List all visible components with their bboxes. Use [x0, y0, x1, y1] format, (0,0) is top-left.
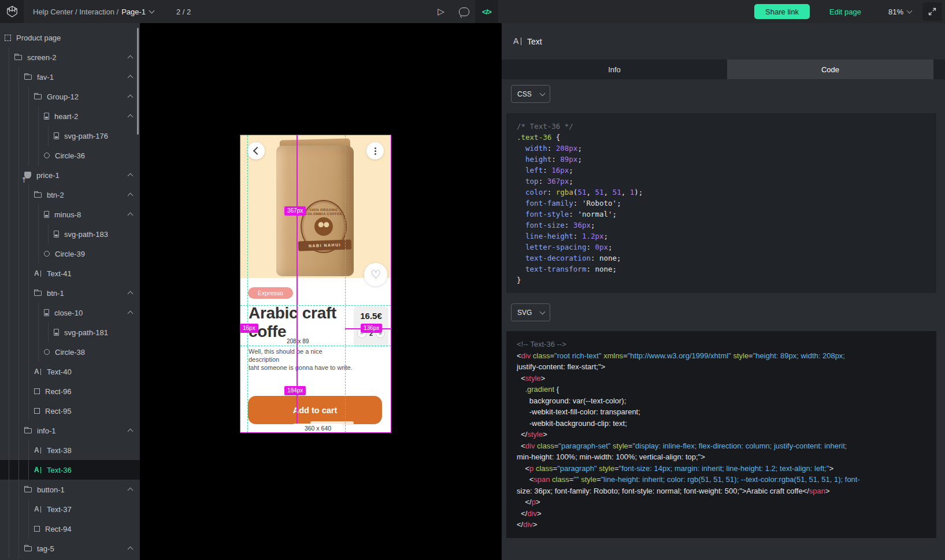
indent-guide [9, 283, 9, 303]
chevron-down-icon[interactable] [149, 8, 155, 14]
chevron-up-icon[interactable] [128, 173, 134, 179]
layer-label: heart-2 [54, 112, 78, 121]
tab-code[interactable]: Code [727, 60, 933, 79]
layer-row-text-40[interactable]: AText-40 [0, 362, 140, 381]
share-link-button[interactable]: Share link [754, 4, 810, 19]
text-layer-icon: A [34, 270, 42, 277]
layer-row-text-37[interactable]: AText-37 [0, 499, 140, 519]
design-canvas[interactable]: 100% ORGANIC COLOMBIA COFFEE NABI NAHUI … [140, 23, 502, 560]
layer-row-minus-8[interactable]: minus-8 [0, 205, 140, 224]
layer-row-svg-path-181[interactable]: svg-path-181 [0, 322, 140, 342]
code-line: -webkit-text-fill-color: transparent; [517, 406, 926, 418]
fullscreen-button[interactable] [922, 2, 942, 21]
indent-guide [9, 440, 9, 460]
comments-button[interactable] [453, 0, 475, 23]
layer-row-product page[interactable]: Product page [0, 28, 140, 47]
folder-layer-icon [34, 291, 42, 296]
layer-row-info-1[interactable]: info-1 [0, 421, 140, 440]
layer-row-group-12[interactable]: Group-12 [0, 87, 140, 106]
code-line: height: 89px; [517, 154, 926, 165]
layer-row-heart-2[interactable]: heart-2 [0, 106, 140, 126]
chevron-up-icon[interactable] [128, 547, 134, 552]
inspector-header: A Text [502, 23, 945, 60]
app-logo[interactable] [0, 0, 24, 23]
indent-guide [28, 126, 29, 146]
chevron-up-icon[interactable] [128, 291, 134, 297]
product-description[interactable]: Well, this should be a nice description … [249, 347, 353, 372]
layer-row-btn-1[interactable]: btn-1 [0, 283, 140, 303]
chevron-up-icon[interactable] [128, 429, 134, 435]
indent-guide [38, 342, 39, 362]
layer-row-circle-36[interactable]: Circle-36 [0, 146, 140, 165]
indent-guide [28, 303, 29, 322]
layer-label: Circle-39 [55, 250, 85, 258]
layer-label: svg-path-183 [64, 230, 108, 239]
chevron-up-icon[interactable] [128, 95, 134, 101]
layer-row-text-38[interactable]: AText-38 [0, 440, 140, 460]
code-mode-button[interactable]: </> [475, 0, 498, 23]
code-line: line-height: 1.2px; [517, 231, 926, 242]
css-select-value: CSS [517, 90, 532, 98]
chevron-up-icon[interactable] [128, 488, 134, 494]
chevron-up-icon[interactable] [128, 55, 134, 61]
layer-row-svg-path-183[interactable]: svg-path-183 [0, 224, 140, 244]
code-line: </style> [517, 429, 926, 440]
indent-guide [28, 460, 29, 480]
indent-guide [18, 224, 19, 244]
indent-guide [38, 224, 39, 244]
layer-row-rect-96[interactable]: Rect-96 [0, 381, 140, 401]
product-tag[interactable]: Expresso [248, 287, 293, 299]
code-line: <style> [517, 373, 926, 384]
chevron-up-icon[interactable] [128, 213, 134, 218]
indent-guide [9, 205, 9, 224]
zoom-level-dropdown[interactable]: 81% [888, 0, 911, 23]
indent-guide [28, 264, 29, 283]
chevron-up-icon[interactable] [128, 311, 134, 317]
layer-row-svg-path-176[interactable]: svg-path-176 [0, 126, 140, 146]
layer-row-screen-2[interactable]: screen-2 [0, 47, 140, 67]
code-line: <p class="paragraph" style="font-size: 1… [517, 463, 926, 474]
back-button[interactable] [247, 142, 265, 160]
layer-row-tag-5[interactable]: tag-5 [0, 539, 140, 558]
add-to-cart-button[interactable]: Add to cart [248, 396, 382, 424]
favorite-button[interactable]: ♡ [364, 263, 387, 286]
breadcrumb[interactable]: Help Center / Interaction / Page-1 [33, 0, 154, 23]
layer-row-close-10[interactable]: close-10 [0, 303, 140, 322]
indent-guide [28, 519, 29, 539]
code-line: min-height: 100%; min-width: 100%; verti… [517, 451, 926, 463]
zoom-level-value: 81% [888, 8, 903, 16]
measurement-bottom-label: 184px [284, 386, 306, 395]
edit-page-link[interactable]: Edit page [829, 0, 861, 23]
indent-guide [9, 499, 9, 519]
svg-language-select[interactable]: SVG [511, 303, 550, 321]
code-line: -webkit-background-clip: text; [517, 418, 926, 429]
layer-label: svg-path-181 [64, 328, 108, 337]
more-menu-button[interactable] [366, 142, 384, 160]
tab-info[interactable]: Info [502, 60, 727, 79]
sidebar-scrollbar[interactable] [137, 28, 139, 135]
chevron-up-icon[interactable] [128, 75, 134, 81]
preview-play-button[interactable]: ▷ [430, 0, 452, 23]
layer-row-fav-1[interactable]: fav-1 [0, 67, 140, 87]
chevron-down-icon [540, 91, 546, 97]
screen-frame[interactable]: 100% ORGANIC COLOMBIA COFFEE NABI NAHUI … [240, 135, 391, 432]
product-title[interactable]: Arabic craft coffe [249, 304, 353, 341]
indent-guide [9, 47, 9, 67]
indent-guide [9, 165, 9, 185]
breadcrumb-path: Help Center / Interaction / [33, 8, 118, 16]
layer-row-circle-39[interactable]: Circle-39 [0, 244, 140, 264]
layer-row-text-41[interactable]: AText-41 [0, 264, 140, 283]
layer-row-btn-2[interactable]: btn-2 [0, 185, 140, 205]
layer-row-rect-94[interactable]: Rect-94 [0, 519, 140, 539]
chevron-up-icon[interactable] [128, 114, 134, 120]
indent-guide [18, 460, 19, 480]
css-language-select[interactable]: CSS [511, 85, 550, 103]
code-line: <div class="paragraph-set" style="displa… [517, 440, 926, 452]
indent-guide [18, 264, 19, 283]
chevron-up-icon[interactable] [128, 193, 134, 199]
layer-row-button-1[interactable]: button-1 [0, 480, 140, 499]
layer-row-circle-38[interactable]: Circle-38 [0, 342, 140, 362]
layer-row-text-36[interactable]: AText-36 [0, 460, 140, 480]
stamp-jaguar-face [314, 217, 333, 236]
layer-row-rect-95[interactable]: Rect-95 [0, 401, 140, 421]
